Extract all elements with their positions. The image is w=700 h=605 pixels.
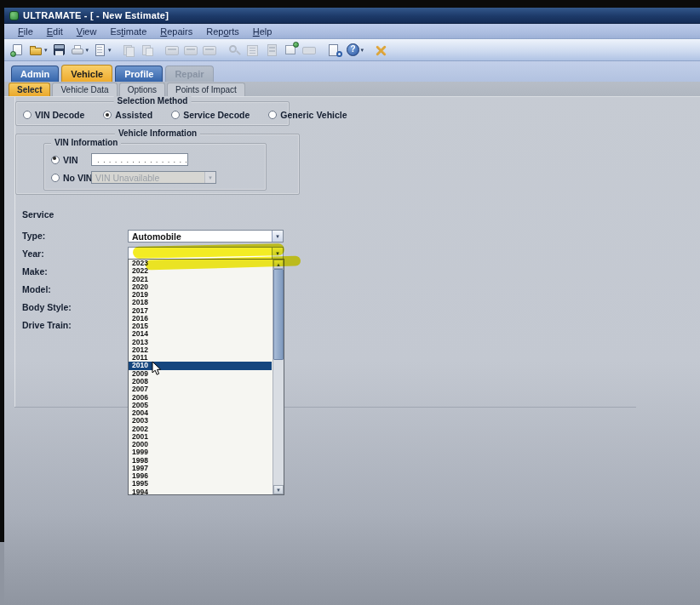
- app-icon: [9, 11, 19, 20]
- year-option-2011[interactable]: 2011: [129, 354, 272, 362]
- year-option-2014[interactable]: 2014: [129, 330, 272, 338]
- subtab-vehicle-data[interactable]: Vehicle Data: [52, 83, 117, 96]
- radio-option-vin-decode[interactable]: VIN Decode: [23, 110, 84, 120]
- tab-vehicle[interactable]: Vehicle: [61, 65, 112, 82]
- toolbar-button-card[interactable]: ▾: [301, 41, 318, 60]
- radio-icon: [103, 111, 112, 119]
- menu-item-reports[interactable]: Reports: [199, 26, 246, 37]
- toolbar-button-photo[interactable]: ▾: [282, 41, 300, 60]
- year-option-2004[interactable]: 2004: [129, 409, 272, 417]
- year-option-2018[interactable]: 2018: [129, 299, 272, 306]
- toolbar: ▾ ▾ ▾ ▾ ▾ ▾ ▾ ▾ ▾ ▾: [4, 39, 700, 61]
- toolbar-button-preview[interactable]: ▾: [91, 41, 113, 60]
- tab-repair[interactable]: Repair: [165, 66, 213, 82]
- frame-left-strip: [0, 0, 4, 542]
- year-option-1996[interactable]: 1996: [129, 472, 272, 480]
- year-option-1997[interactable]: 1997: [129, 465, 272, 472]
- subtab-points-of-impact[interactable]: Points of Impact: [167, 83, 245, 96]
- year-option-2002[interactable]: 2002: [129, 425, 272, 433]
- ultramate-window: ULTRAMATE - [ - New Estimate] File Edit …: [0, 0, 700, 605]
- radio-option-assisted[interactable]: Assisted: [103, 110, 152, 120]
- window-3-icon: [203, 43, 217, 57]
- menu-item-repairs[interactable]: Repairs: [153, 26, 199, 37]
- preview-icon: [93, 43, 107, 57]
- search-document-icon: [327, 43, 341, 57]
- scroll-down-icon[interactable]: ▼: [273, 485, 284, 494]
- year-option-2017[interactable]: 2017: [129, 307, 272, 315]
- selection-method-legend: Selection Method: [114, 96, 192, 106]
- menu-item-help[interactable]: Help: [246, 26, 279, 37]
- tab-profile[interactable]: Profile: [115, 66, 163, 82]
- type-label: Type:: [22, 231, 45, 241]
- window-1-icon: [165, 43, 180, 57]
- dropdown-caret-icon[interactable]: ▾: [86, 47, 89, 54]
- vin-input[interactable]: · · · · · · · · · · · · · · · · ·: [91, 153, 188, 166]
- drive-train-label: Drive Train:: [22, 320, 72, 330]
- main-tabstrip: Admin Vehicle Profile Repair: [4, 61, 700, 82]
- toolbar-button-print[interactable]: ▾: [69, 41, 91, 60]
- frame-top-strip: [0, 0, 700, 8]
- year-option-2020[interactable]: 2020: [129, 283, 272, 291]
- menu-item-estimate[interactable]: Estimate: [103, 26, 153, 37]
- radio-option-service-decode[interactable]: Service Decode: [171, 110, 250, 120]
- toolbar-button-help[interactable]: ▾: [344, 41, 366, 60]
- radio-option-generic-vehicle[interactable]: Generic Vehicle: [268, 110, 347, 120]
- zoom-icon: [227, 43, 242, 57]
- year-option-2005[interactable]: 2005: [129, 402, 272, 409]
- type-combo-value: Automobile: [129, 231, 272, 242]
- dropdown-caret-icon[interactable]: ▾: [108, 47, 112, 54]
- open-icon: [29, 43, 43, 57]
- print-icon: [71, 43, 85, 57]
- year-option-2000[interactable]: 2000: [129, 441, 272, 448]
- toolbar-button-notes[interactable]: ▾: [244, 41, 262, 60]
- year-option-2007[interactable]: 2007: [129, 385, 272, 393]
- year-option-2003[interactable]: 2003: [129, 417, 272, 425]
- year-option-2009[interactable]: 2009: [129, 370, 272, 378]
- year-option-1999[interactable]: 1999: [129, 448, 272, 456]
- subtab-options[interactable]: Options: [119, 83, 165, 96]
- year-option-2016[interactable]: 2016: [129, 315, 272, 322]
- radio-dot: [53, 157, 56, 160]
- toolbar-button-window-1[interactable]: ▾: [164, 41, 181, 60]
- year-option-2019[interactable]: 2019: [129, 291, 272, 299]
- toolbar-button-cabinet[interactable]: ▾: [263, 41, 281, 60]
- year-list-scrollbar[interactable]: ▲ ▼: [273, 260, 284, 494]
- toolbar-button-save[interactable]: ▾: [50, 41, 68, 60]
- toolbar-button-window-2[interactable]: ▾: [182, 41, 200, 60]
- menu-item-file[interactable]: File: [11, 26, 40, 37]
- year-option-1995[interactable]: 1995: [129, 480, 272, 488]
- toolbar-button-open[interactable]: ▾: [27, 41, 49, 60]
- year-option-2012[interactable]: 2012: [129, 346, 272, 354]
- year-option-2006[interactable]: 2006: [129, 394, 272, 402]
- vin-radio-option[interactable]: VIN: [51, 155, 78, 165]
- subtab-select[interactable]: Select: [9, 83, 50, 96]
- toolbar-button-copy[interactable]: ▾: [139, 41, 157, 60]
- year-option-2021[interactable]: 2021: [129, 276, 272, 283]
- tab-admin[interactable]: Admin: [11, 66, 59, 82]
- menu-item-edit[interactable]: Edit: [40, 26, 70, 37]
- no-vin-radio-option[interactable]: No VIN: [51, 173, 92, 183]
- selection-method-options: VIN Decode Assisted Service Decode Gener…: [23, 110, 347, 120]
- type-combo[interactable]: Automobile ▾: [128, 230, 284, 243]
- year-option-1998[interactable]: 1998: [129, 457, 272, 465]
- toolbar-button-window-3[interactable]: ▾: [201, 41, 219, 60]
- year-option-2008[interactable]: 2008: [129, 378, 272, 385]
- year-option-2010[interactable]: 2010: [129, 362, 272, 369]
- toolbar-button-zoom[interactable]: ▾: [226, 41, 244, 60]
- toolbar-button-new-estimate[interactable]: ▾: [9, 41, 26, 60]
- dropdown-caret-icon[interactable]: ▾: [361, 47, 364, 54]
- year-option-2015[interactable]: 2015: [129, 322, 272, 330]
- vin-information-legend: VIN Information: [51, 138, 121, 147]
- menu-item-view[interactable]: View: [70, 26, 104, 37]
- toolbar-button-book[interactable]: ▾: [120, 41, 138, 60]
- no-vin-combo[interactable]: VIN Unavailable ▾: [91, 171, 216, 184]
- year-option-1994[interactable]: 1994: [129, 488, 272, 495]
- scrollbar-thumb[interactable]: [273, 269, 284, 360]
- chevron-down-icon[interactable]: ▾: [272, 231, 283, 242]
- toolbar-button-search-document[interactable]: ▾: [325, 41, 343, 60]
- chevron-down-icon[interactable]: ▾: [204, 172, 215, 183]
- toolbar-button-tools[interactable]: ▾: [372, 41, 390, 60]
- year-option-2001[interactable]: 2001: [129, 433, 272, 441]
- dropdown-caret-icon[interactable]: ▾: [44, 47, 48, 54]
- year-option-2013[interactable]: 2013: [129, 339, 272, 346]
